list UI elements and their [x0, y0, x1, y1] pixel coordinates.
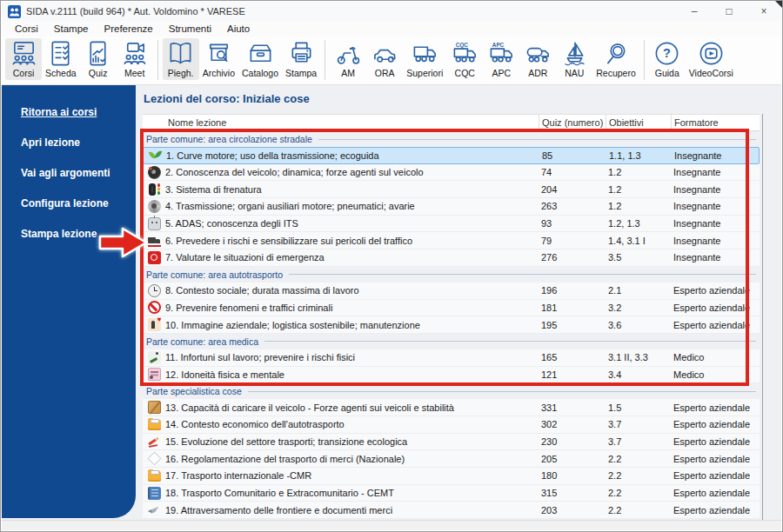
sidebar-item-apri-lezione[interactable]: Apri lezione [2, 136, 136, 149]
lesson-row[interactable]: 5. ADAS; conoscenza degli ITS931.2, 1.3I… [143, 216, 760, 233]
sidebar-item-configura-lezione[interactable]: Configura lezione [2, 197, 136, 209]
cargo-package-icon [148, 401, 161, 414]
app-logo-icon [8, 5, 21, 18]
lesson-name: 4. Trasmissione; organi ausiliari motore… [165, 201, 539, 211]
toolbar-button-scheda[interactable]: Scheda [42, 38, 80, 80]
status-footer [2, 520, 781, 530]
lesson-row[interactable]: 16. Regolamentazione del trasporto di me… [143, 450, 760, 468]
lesson-row[interactable]: 19. Attraversamento delle frontiere e do… [143, 502, 760, 519]
toolbar-button-label: Quiz [89, 68, 108, 78]
lesson-row[interactable]: 8. Contesto sociale; durata massima di l… [143, 283, 760, 300]
lesson-row[interactable]: 18. Trasporto Comunitario e Extracomunit… [143, 485, 760, 502]
lesson-row[interactable]: 15. Evoluzione del settore trasporti; tr… [143, 434, 760, 451]
objectives: 2.2 [606, 470, 671, 481]
toolbar-button-quiz[interactable]: Quiz [80, 38, 117, 80]
lesson-name: 8. Contesto sociale; durata massima di l… [165, 285, 539, 296]
toolbar-button-meet[interactable]: Meet [117, 38, 153, 80]
column-header-formatore[interactable]: Formatore [671, 115, 760, 130]
menu-stampe[interactable]: Stampe [46, 23, 97, 35]
lesson-name: 3. Sistema di frenatura [165, 184, 539, 195]
lesson-name: 11. Infortuni sul lavoro; prevenire i ri… [165, 352, 539, 362]
objectives: 3.7 [606, 419, 671, 429]
toolbar-button-label: Catalogo [242, 68, 278, 78]
toolbar-button-superiori[interactable]: Superiori [403, 38, 446, 80]
toolbar-button-videocorsi[interactable]: VideoCorsi [686, 38, 737, 80]
lesson-row[interactable]: 10. Immagine aziendale; logistica sosten… [143, 316, 760, 334]
section-header-rule [289, 274, 756, 275]
lesson-row[interactable]: 7. Valutare le situazioni di emergenza27… [143, 249, 760, 267]
toolbar-button-piegh[interactable]: Piegh. [163, 38, 199, 80]
toolbar-divider [644, 40, 645, 80]
objectives: 3.5 [606, 252, 671, 263]
checklist-sheet-icon [47, 40, 74, 67]
sidebar-item-vai-agli-argomenti[interactable]: Vai agli argomenti [2, 167, 136, 179]
lesson-icon-cell [143, 249, 165, 266]
lesson-name: 15. Evoluzione del settore trasporti; tr… [165, 436, 539, 447]
lesson-icon-cell [143, 232, 165, 249]
lesson-name: 18. Trasporto Comunitario e Extracomunit… [165, 488, 539, 498]
person-heart-icon [148, 318, 161, 331]
column-header-obiettivi[interactable]: Obiettivi [606, 115, 671, 130]
transition-chart-icon [148, 435, 161, 448]
scooter-icon [335, 40, 362, 67]
lesson-row[interactable]: 3. Sistema di frenatura2041.2Insegnante [143, 181, 760, 198]
lesson-name: 6. Prevedere i rischi e sensibilizzare s… [165, 236, 539, 246]
toolbar-button-archivio[interactable]: Archivio [199, 38, 238, 80]
lesson-row[interactable]: 14. Contesto economico dell'autotrasport… [143, 416, 760, 434]
trainer: Insegnante [671, 236, 760, 246]
toolbar-button-recupero[interactable]: Recupero [592, 38, 639, 80]
lesson-icon-cell [143, 450, 165, 467]
toolbar-button-label: Stampa [285, 68, 317, 78]
quiz-count: 121 [539, 369, 606, 380]
lesson-row[interactable]: 11. Infortuni sul lavoro; prevenire i ri… [143, 349, 760, 367]
objectives: 1.5 [606, 402, 671, 413]
toolbar-button-cqc[interactable]: CQCCQC [446, 38, 483, 80]
eco-leaves-icon [149, 149, 162, 162]
lesson-row[interactable]: 12. Idoneità fisica e mentale1213.4Medic… [143, 367, 760, 384]
trainer: Esperto aziendale [671, 320, 760, 330]
menu-aiuto[interactable]: Aiuto [219, 23, 258, 35]
objectives: 1.2 [606, 184, 671, 195]
toolbar-button-apc[interactable]: APCAPC [483, 38, 519, 80]
trainer: Insegnante [671, 184, 760, 195]
truck-hazard-icon [148, 234, 161, 247]
truck-cqc-icon: CQC [452, 40, 478, 67]
sidebar-item-ritorna-ai-corsi[interactable]: Ritorna ai corsi [2, 106, 136, 118]
column-header-nome-lezione[interactable]: Nome lezione [165, 115, 539, 130]
toolbar-button-ora[interactable]: ORA [366, 38, 403, 80]
toolbar-button-corsi[interactable]: Corsi [5, 38, 42, 80]
lesson-name: 12. Idoneità fisica e mentale [165, 369, 539, 380]
menu-corsi[interactable]: Corsi [7, 23, 46, 35]
toolbar-button-label: APC [492, 68, 511, 78]
toolbar-button-adr[interactable]: ADR [519, 38, 556, 80]
minimize-button[interactable]: – [677, 2, 712, 21]
lesson-row[interactable]: 13. Capacità di caricare il veicolo - Fo… [143, 399, 760, 416]
adas-robot-icon [148, 217, 161, 230]
toolbar-button-label: Meet [124, 68, 144, 78]
sidebar-item-stampa-lezione[interactable]: Stampa lezione [2, 228, 136, 240]
section-header-parte-comune-area-circolazione-stradale: Parte comune: area circolazione stradale [143, 131, 760, 147]
toolbar-button-am[interactable]: AM [330, 38, 366, 80]
lesson-row[interactable]: 4. Trasmissione; organi ausiliari motore… [143, 198, 760, 216]
toolbar-button-guida[interactable]: ?Guida [649, 38, 686, 80]
toolbar-button-label: CQC [455, 68, 475, 78]
toolbar-button-catalogo[interactable]: Catalogo [238, 38, 282, 80]
section-header-label: Parte comune: area autotrasporto [146, 269, 283, 280]
trainer: Esperto aziendale [671, 419, 760, 429]
menu-preferenze[interactable]: Preferenze [96, 23, 160, 35]
column-header-quiz-numero[interactable]: Quiz (numero) [539, 115, 606, 130]
toolbar-button-stampa[interactable]: Stampa [282, 38, 320, 80]
toolbar-button-nau[interactable]: NAU [556, 38, 592, 80]
lesson-row[interactable]: 2. Conoscenza del veicolo; dinamica; for… [143, 164, 760, 182]
maximize-button[interactable]: □ [712, 2, 746, 21]
menu-strumenti[interactable]: Strumenti [161, 23, 219, 35]
lesson-row[interactable]: 17. Trasporto internazionale -CMR1802.2E… [143, 468, 760, 485]
lesson-row[interactable]: 9. Prevenire fenomeni e traffici crimina… [143, 300, 760, 317]
lesson-row[interactable]: 6. Prevedere i rischi e sensibilizzare s… [143, 232, 760, 249]
trainer: Medico [671, 352, 760, 362]
quiz-count: 276 [539, 252, 606, 263]
toolbar-button-label: NAU [565, 68, 584, 78]
lesson-name: 16. Regolamentazione del trasporto di me… [165, 454, 539, 464]
money-folder-icon [148, 420, 161, 430]
lesson-row[interactable]: 1. Curve motore; uso della trasmissione;… [143, 147, 760, 164]
